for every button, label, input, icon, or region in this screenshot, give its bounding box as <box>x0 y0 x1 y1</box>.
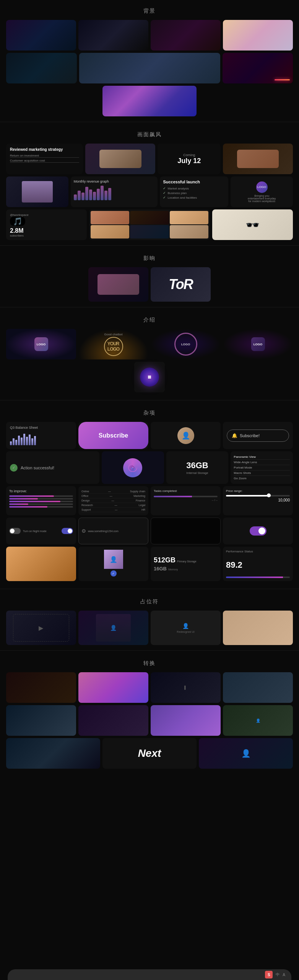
tasks-title: Tasks completed: <box>154 489 218 493</box>
success-item-2: ✓Business plan <box>163 191 225 195</box>
black-screen-card <box>151 518 221 544</box>
menu-macro[interactable]: Macro Shots <box>234 470 290 476</box>
subscribe-btn-card[interactable]: Subscribe <box>78 422 148 449</box>
bg-thumb-5[interactable] <box>6 53 77 83</box>
avatar: 👤 <box>177 427 194 444</box>
face-5 <box>130 225 169 238</box>
purple-toggle[interactable] <box>250 526 266 536</box>
ph-video-1: ▶ <box>6 611 76 645</box>
list-col5: Support <box>81 508 91 511</box>
balance-title: Q3 Balance Sheet <box>10 426 72 430</box>
face-3 <box>170 211 208 224</box>
action-card: ✓ Action successful! <box>6 451 99 484</box>
toggle-night-off[interactable] <box>9 528 21 534</box>
price-fill <box>226 495 271 497</box>
trans-4 <box>223 672 293 703</box>
scene-woman <box>6 176 68 207</box>
transitions-section: 转换 ▌ 👤 Next 👤 <box>0 652 299 773</box>
effect-2: ToR <box>151 267 211 302</box>
menu-wide[interactable]: Wide-Angle Lens <box>234 460 290 465</box>
toggle-on-indicator[interactable] <box>62 528 73 534</box>
placeholder-section: 占位符 ▶ 👤 👤 Redesigned UI <box>0 591 299 649</box>
scene-text-card: Reviewed marketing strategy Return on in… <box>6 144 83 174</box>
photo-card <box>6 547 76 581</box>
improve-bars <box>9 495 73 508</box>
url-card[interactable]: www.something1234.com <box>78 518 148 544</box>
coming-date: July 12 <box>177 157 201 165</box>
bg-thumb-6[interactable] <box>79 53 220 83</box>
tiktok-icon: 🎵 <box>10 217 25 226</box>
menu-portrait[interactable]: Portrait Mode <box>234 465 290 470</box>
bg-thumb-8[interactable] <box>102 86 197 116</box>
bg-thumb-7[interactable] <box>223 53 293 83</box>
bell-icon: 🔔 <box>232 433 237 438</box>
storage2-label2: Memory <box>168 568 178 571</box>
storage2-label1: Primary Storage <box>177 560 197 563</box>
subscribe-outline-card[interactable]: 🔔 Subscribe! <box>223 422 293 449</box>
price-handle[interactable] <box>267 493 271 497</box>
bg-thumb-2[interactable] <box>78 20 148 51</box>
trans-8: 👤 <box>223 705 293 736</box>
bg-thumb-3[interactable] <box>151 20 221 51</box>
trans-person-2: 👤 <box>256 719 260 723</box>
scene-section: 画面飙风 Reviewed marketing strategy Return … <box>0 124 299 244</box>
list-col4: Research <box>81 504 93 506</box>
subscribe-outline[interactable]: 🔔 Subscribe! <box>227 430 289 442</box>
face-4 <box>91 225 129 238</box>
glow-orb <box>140 368 159 387</box>
tiktok-label: subscribers <box>10 234 24 237</box>
ph-photo <box>223 611 293 645</box>
tasks-count: -- / -- <box>154 499 218 501</box>
intro-your-logo: Good chatbot YOURLOGO <box>78 329 148 359</box>
face-2 <box>130 211 169 224</box>
logo-badge-3: LOGO <box>251 337 265 351</box>
scene-title: 画面飙风 <box>6 131 293 138</box>
balance-bars <box>10 432 72 445</box>
toggle-night-label: Turn on Night mode <box>23 530 47 532</box>
podcast-card: LOGO Bringing youentertainment everydayf… <box>231 176 293 207</box>
toggle-on[interactable] <box>62 528 73 534</box>
trans-7 <box>151 705 221 736</box>
menu-panoramic[interactable]: Panoramic View <box>234 454 290 460</box>
coming-label: Coming <box>183 153 195 157</box>
trans-person-silhouette: ▌ <box>184 686 187 689</box>
storage-amount: 36GB <box>186 461 208 470</box>
toggle-night-card: Turn on Night mode <box>6 518 76 544</box>
ph-redesigned: 👤 Redesigned UI <box>151 611 221 645</box>
menu-zoom[interactable]: Go Zoom <box>234 476 290 481</box>
subscribe-button[interactable]: Subscribe <box>78 422 148 449</box>
list-col1: Online <box>81 490 89 493</box>
tasks-progress-bar <box>154 496 218 497</box>
success-item-3: ✓Location and facilities <box>163 196 225 199</box>
ph-person-1: 👤 <box>78 611 148 645</box>
trans-2 <box>78 672 148 703</box>
good-chat-label: Good chatbot <box>104 333 122 336</box>
redesigned-label: Redesigned UI <box>177 630 194 633</box>
sunglasses-card: 🕶️ <box>212 209 293 240</box>
bg-thumb-1[interactable] <box>6 20 76 51</box>
trans-5 <box>6 705 76 736</box>
misc-title: 杂项 <box>6 410 293 416</box>
fingerprint-card <box>102 451 164 484</box>
scene-text-line1: Return on investment <box>10 154 79 158</box>
intro-title: 介绍 <box>6 317 293 323</box>
logo-badge-1: LOGO <box>34 337 48 351</box>
face-1 <box>91 211 129 224</box>
tasks-fill <box>154 496 192 497</box>
improve-title: To improve: <box>9 489 73 493</box>
placeholder-title: 占位符 <box>6 598 293 605</box>
trans-city <box>6 738 100 769</box>
purple-toggle-card[interactable] <box>223 518 293 544</box>
price-slider[interactable] <box>226 495 290 497</box>
backgrounds-title: 背景 <box>6 8 293 15</box>
intro-section: 介绍 LOGO Good chatbot YOURLOGO LOGO LOGO <box>0 309 299 399</box>
bar-chart <box>74 185 155 200</box>
bg-thumb-4[interactable] <box>223 20 293 51</box>
scene-photo-1 <box>85 144 155 174</box>
link-icon <box>82 529 86 533</box>
perf-label: Performance Status <box>226 550 290 553</box>
scene-text-line2: Customer acquisition cost <box>10 159 79 163</box>
success-item-1: ✓Market analysis <box>163 186 225 190</box>
next-card: Next <box>102 738 197 769</box>
improve-card: To improve: <box>6 486 76 515</box>
